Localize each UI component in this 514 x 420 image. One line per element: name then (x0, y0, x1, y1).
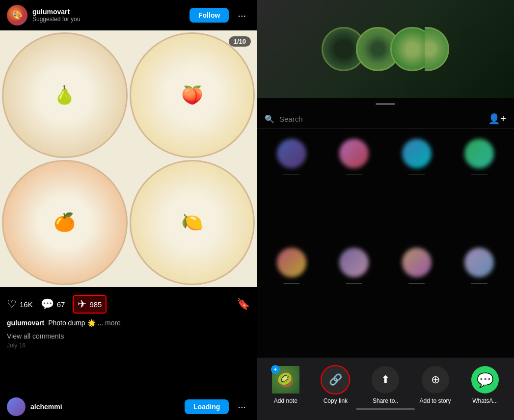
contact-name-4: ——— (471, 171, 487, 177)
contact-name-1: ——— (283, 171, 299, 177)
link-icon: 🔗 (329, 373, 342, 386)
next-more-button[interactable]: ··· (234, 399, 250, 415)
more-link[interactable]: more (105, 319, 121, 327)
add-note-icon: + 🥝 (272, 366, 299, 394)
contact-item[interactable]: ——— (386, 244, 448, 352)
add-to-story-label: Add to story (420, 397, 451, 404)
comment-icon: 💬 (41, 298, 54, 311)
share-to-icon: ⬆ (372, 366, 399, 394)
search-icon: 🔍 (265, 114, 274, 124)
share-to-label: Share to.. (373, 397, 398, 404)
home-indicator (356, 408, 415, 410)
kiwi-image (257, 0, 514, 98)
caption-username: gulumovart (7, 319, 44, 327)
contact-avatar-6 (339, 248, 369, 277)
contact-avatar-4 (464, 139, 494, 168)
contact-item[interactable]: ——— (324, 135, 385, 243)
whatsapp-action[interactable]: 💬 WhatsA... (460, 366, 510, 404)
suggested-label: Suggested for you (32, 16, 185, 23)
caption-text: Photo dump 🌟 ... (48, 319, 103, 327)
whatsapp-icon: 💬 (477, 372, 494, 388)
add-to-story-icon: ⊕ (422, 366, 449, 394)
share-actions: + 🥝 Add note 🔗 Copy link ⬆ (257, 358, 514, 420)
contacts-grid: ——— ——— ——— ——— ——— ——— (257, 129, 514, 358)
search-bar: 🔍 👤+ (257, 109, 514, 129)
share-action[interactable]: ✈ 985 (73, 295, 107, 314)
plates-container: 🍐 🍑 🍊 🍋 (0, 30, 257, 287)
contact-avatar-8 (464, 248, 494, 277)
post-caption: gulumovart Photo dump 🌟 ... more (0, 318, 257, 331)
post-date: July 16 (0, 341, 257, 353)
share-actions-row: + 🥝 Add note 🔗 Copy link ⬆ (261, 366, 510, 404)
post-header: 🎨 gulumovart Suggested for you Follow ··… (0, 0, 257, 30)
follow-button[interactable]: Follow (189, 8, 229, 23)
username: gulumovart (32, 8, 185, 16)
right-panel: 🔍 👤+ ——— ——— ——— ——— (257, 0, 514, 420)
left-panel: 🎨 gulumovart Suggested for you Follow ··… (0, 0, 257, 420)
next-post-header: alchemmi Loading ··· (0, 394, 257, 420)
add-person-button[interactable]: 👤+ (488, 113, 506, 125)
share-icon: ✈ (78, 298, 86, 311)
contact-avatar-2 (339, 139, 369, 168)
bookmark-button[interactable]: 🔖 (237, 298, 250, 311)
kiwi-visual (322, 27, 449, 71)
story-plus-icon: ⊕ (431, 373, 440, 386)
add-to-story-action[interactable]: ⊕ Add to story (410, 366, 460, 404)
share-to-action[interactable]: ⬆ Share to.. (360, 366, 410, 404)
plate-2: 🍑 (130, 32, 255, 158)
contact-avatar-1 (277, 139, 306, 168)
heart-icon: ♡ (7, 298, 17, 311)
contact-item[interactable]: ——— (324, 244, 385, 352)
drag-handle[interactable] (376, 103, 395, 105)
whatsapp-label: WhatsA... (472, 397, 498, 404)
copy-link-label: Copy link (324, 397, 348, 404)
contact-item[interactable]: ——— (261, 135, 323, 243)
contact-name-7: ——— (408, 280, 425, 286)
contact-name-8: ——— (471, 280, 487, 286)
contact-name-2: ——— (346, 171, 362, 177)
avatar: 🎨 (7, 5, 27, 26)
add-note-label: Add note (274, 397, 298, 404)
contact-avatar-7 (402, 248, 432, 277)
share-overlay: 🔍 👤+ ——— ——— ——— ——— (257, 98, 514, 420)
copy-link-icon: 🔗 (322, 366, 349, 394)
contact-name-3: ——— (408, 171, 425, 177)
view-comments[interactable]: View all comments (0, 331, 257, 341)
contact-name-6: ——— (346, 280, 362, 286)
likes-count: 16K (20, 300, 33, 309)
contact-item[interactable]: ——— (449, 135, 511, 243)
image-counter: 1/10 (229, 36, 251, 47)
shares-count: 985 (89, 300, 102, 309)
add-note-action[interactable]: + 🥝 Add note (261, 366, 311, 404)
plate-1: 🍐 (2, 32, 128, 158)
contact-item[interactable]: ——— (386, 135, 448, 243)
contact-name-5: ——— (283, 280, 299, 286)
comments-count: 67 (57, 300, 65, 309)
loading-button[interactable]: Loading (185, 399, 229, 414)
plate-3: 🍊 (2, 160, 128, 286)
post-image: 🍐 🍑 🍊 🍋 1/10 (0, 30, 257, 287)
contact-item[interactable]: ——— (449, 244, 511, 352)
share-up-icon: ⬆ (381, 373, 390, 386)
next-avatar (7, 397, 26, 416)
search-input[interactable] (279, 115, 483, 123)
next-username: alchemmi (30, 403, 180, 411)
user-info: gulumovart Suggested for you (32, 8, 185, 23)
contact-item[interactable]: ——— (261, 244, 323, 352)
whatsapp-icon-wrap: 💬 (471, 366, 499, 394)
plate-4: 🍋 (130, 160, 255, 286)
contact-avatar-5 (277, 248, 306, 277)
like-action[interactable]: ♡ 16K (7, 298, 33, 311)
plus-badge: + (271, 365, 280, 374)
copy-link-action[interactable]: 🔗 Copy link (311, 366, 361, 404)
more-button[interactable]: ··· (234, 8, 250, 23)
kiwi-slice-half (425, 27, 449, 71)
contact-avatar-3 (402, 139, 432, 168)
post-actions: ♡ 16K 💬 67 ✈ 985 🔖 (0, 290, 257, 318)
comment-action[interactable]: 💬 67 (41, 298, 65, 311)
